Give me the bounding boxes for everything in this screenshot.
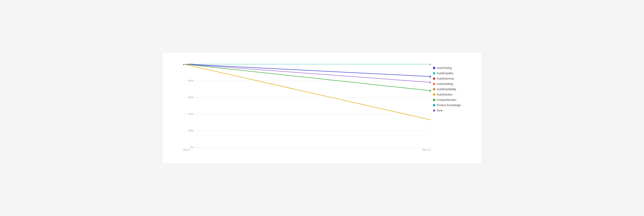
legend-label: AutoSolution xyxy=(437,93,452,96)
legend-dot xyxy=(433,67,435,69)
legend-label: Product Knowledge xyxy=(437,104,461,107)
series-line-tone xyxy=(183,64,431,82)
legend: AutoClosingAutoEmpathyAutoGrammarAutoGre… xyxy=(433,66,475,112)
legend-item-product-knowledge: Product Knowledge xyxy=(433,104,475,107)
legend-item-autoempathy: AutoEmpathy xyxy=(433,72,475,75)
legend-label: AutoGrammar xyxy=(437,77,454,80)
legend-dot xyxy=(433,83,435,85)
dot-end-comprehension xyxy=(430,89,431,92)
legend-item-autogrammar: AutoGrammar xyxy=(433,77,475,80)
legend-dot xyxy=(433,99,435,101)
legend-item-autoreadability: AutoReadability xyxy=(433,88,475,91)
chart-svg xyxy=(183,64,431,147)
x-axis-label: May 6 xyxy=(183,148,190,154)
x-axis: May 6May 13 xyxy=(183,147,431,154)
chart-wrapper: 100%80%60%40%20%0% May 6May 13 AutoClosi… xyxy=(167,64,477,154)
series-line-autoclosing xyxy=(183,64,431,77)
legend-item-tone: Tone xyxy=(433,109,475,112)
chart-container: 100%80%60%40%20%0% May 6May 13 AutoClosi… xyxy=(162,52,482,164)
legend-label: AutoEmpathy xyxy=(437,72,453,75)
legend-label: AutoClosing xyxy=(437,66,452,70)
legend-item-autogreeting: AutoGreeting xyxy=(433,82,475,86)
legend-item-comprehension: Comprehension xyxy=(433,98,475,102)
y-axis-label xyxy=(167,64,172,147)
legend-dot xyxy=(433,93,435,96)
legend-dot xyxy=(433,72,435,74)
legend-dot xyxy=(433,104,435,106)
dot-end-tone xyxy=(430,81,431,83)
legend-item-autosolution: AutoSolution xyxy=(433,93,475,96)
legend-dot xyxy=(433,88,435,90)
series-line-autosolution xyxy=(183,64,431,120)
legend-dot xyxy=(433,77,435,80)
legend-label: AutoReadability xyxy=(437,88,456,91)
series-line-comprehension xyxy=(183,64,431,91)
legend-dot xyxy=(433,109,435,112)
legend-label: Tone xyxy=(437,109,443,112)
legend-label: AutoGreeting xyxy=(437,82,453,86)
legend-item-autoclosing: AutoClosing xyxy=(433,66,475,70)
dot-end-autoclosing xyxy=(430,75,431,78)
x-axis-label: May 13 xyxy=(422,148,431,154)
legend-label: Comprehension xyxy=(437,98,456,102)
